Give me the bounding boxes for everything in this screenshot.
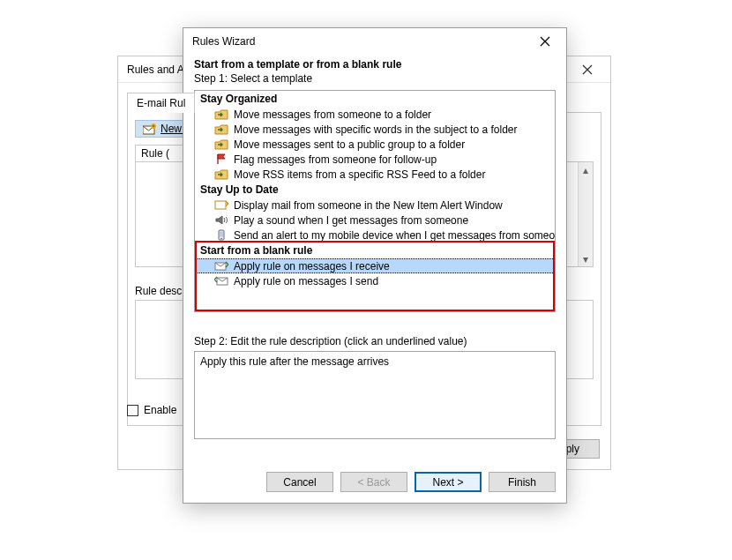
- folder-move-icon: [214, 108, 228, 121]
- group-header-stay-up-to-date: Stay Up to Date: [195, 182, 555, 198]
- template-item[interactable]: Move messages sent to a public group to …: [195, 137, 555, 152]
- template-item[interactable]: Move messages with specific words in the…: [195, 122, 555, 137]
- template-item-label: Display mail from someone in the New Ite…: [234, 199, 503, 212]
- template-item[interactable]: Flag messages from someone for follow-up: [195, 152, 555, 167]
- scroll-up-icon[interactable]: ▴: [579, 162, 593, 177]
- svg-point-5: [220, 238, 222, 240]
- folder-move-icon: [214, 138, 228, 151]
- rule-description-text: Apply this rule after the message arrive…: [200, 355, 389, 368]
- enable-label: Enable: [144, 404, 176, 416]
- mail-in-icon: [214, 260, 228, 273]
- template-list[interactable]: Stay Organized Move messages from someon…: [194, 90, 556, 312]
- back-button[interactable]: < Back: [340, 472, 407, 492]
- finish-button[interactable]: Finish: [489, 472, 556, 492]
- tab-email-rules[interactable]: E-mail Rul: [127, 93, 195, 113]
- svg-rect-4: [220, 232, 223, 237]
- group-header-blank-rule: Start from a blank rule: [195, 243, 555, 258]
- group-header-stay-organized: Stay Organized: [195, 91, 555, 107]
- template-item-label: Play a sound when I get messages from so…: [234, 214, 468, 227]
- rule-description-editor[interactable]: Apply this rule after the message arrive…: [194, 351, 556, 439]
- template-item[interactable]: Move RSS items from a specific RSS Feed …: [195, 167, 555, 182]
- alert-icon: [214, 199, 228, 212]
- checkbox-icon[interactable]: [127, 405, 138, 416]
- template-item-label: Move RSS items from a specific RSS Feed …: [234, 168, 485, 181]
- sound-icon: [214, 214, 228, 227]
- template-item-label: Apply rule on messages I receive: [234, 260, 390, 273]
- scrollbar[interactable]: ▴ ▾: [578, 162, 593, 266]
- template-item-label: Move messages sent to a public group to …: [234, 138, 465, 151]
- template-item-label: Move messages with specific words in the…: [234, 123, 517, 136]
- folder-move-icon: [214, 123, 228, 136]
- close-icon[interactable]: [570, 59, 605, 80]
- svg-rect-2: [215, 201, 226, 209]
- close-icon[interactable]: [526, 29, 564, 54]
- template-item[interactable]: Send an alert to my mobile device when I…: [195, 228, 555, 243]
- template-item-receive[interactable]: Apply rule on messages I receive: [195, 258, 555, 273]
- enable-rules-checkbox[interactable]: Enable: [127, 404, 176, 416]
- wiz-title: Rules Wizard: [192, 35, 526, 48]
- wizard-button-row: Cancel < Back Next > Finish: [266, 472, 556, 492]
- wiz-titlebar: Rules Wizard: [183, 28, 566, 55]
- template-item-label: Move messages from someone to a folder: [234, 108, 431, 121]
- step1-subheading: Step 1: Select a template: [194, 72, 556, 85]
- scroll-down-icon[interactable]: ▾: [579, 251, 593, 266]
- new-rule-icon: [143, 123, 156, 135]
- template-item-send[interactable]: Apply rule on messages I send: [195, 273, 555, 288]
- step2-label: Step 2: Edit the rule description (click…: [194, 335, 556, 347]
- template-item-label: Send an alert to my mobile device when I…: [234, 229, 556, 242]
- template-item[interactable]: Display mail from someone in the New Ite…: [195, 198, 555, 213]
- rules-wizard-dialog: Rules Wizard Start from a template or fr…: [183, 27, 567, 504]
- template-item[interactable]: Move messages from someone to a folder: [195, 107, 555, 122]
- folder-move-icon: [214, 168, 228, 181]
- mobile-icon: [214, 229, 228, 242]
- template-item-label: Flag messages from someone for follow-up: [234, 153, 437, 166]
- mail-out-icon: [214, 275, 228, 287]
- step1-heading: Start from a template or from a blank ru…: [194, 58, 556, 71]
- template-item-label: Apply rule on messages I send: [234, 275, 378, 287]
- next-button[interactable]: Next >: [415, 472, 482, 492]
- flag-icon: [214, 153, 228, 166]
- cancel-button[interactable]: Cancel: [266, 472, 333, 492]
- template-item[interactable]: Play a sound when I get messages from so…: [195, 213, 555, 228]
